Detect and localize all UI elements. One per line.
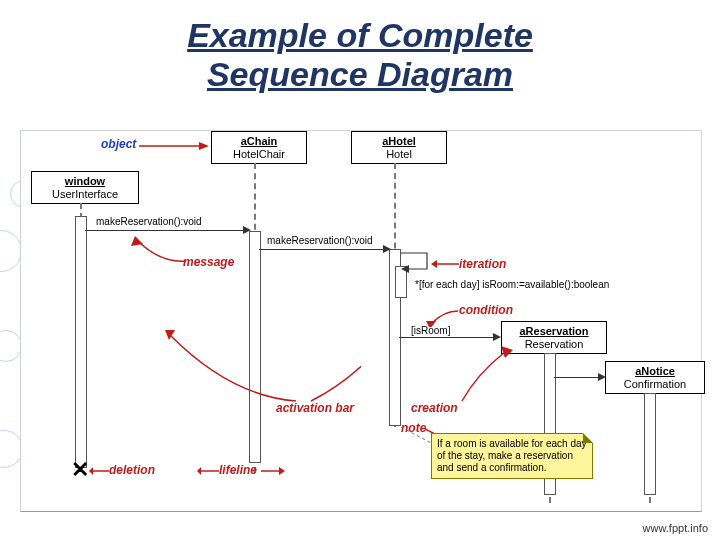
svg-marker-15 [197,467,201,475]
arrow-lifeline-left [197,465,221,477]
annotation-creation: creation [411,401,458,415]
msgline-create-res [399,337,499,338]
arrow-iteration [431,257,461,271]
svg-marker-1 [199,142,209,150]
svg-marker-7 [165,330,175,340]
annotation-lifeline: lifeline [219,463,257,477]
object-type: Confirmation [610,378,700,391]
object-name: aHotel [356,135,442,148]
title-line-2: Sequence Diagram [207,55,513,93]
footer-credit: www.fppt.info [643,522,708,534]
object-type: Reservation [506,338,602,351]
object-achain: aChain HotelChair [211,131,307,164]
svg-line-18 [401,427,431,443]
msgline-2 [259,249,389,250]
activation-window [75,216,87,468]
msg-condition: [isRoom] [411,325,450,336]
arrowhead-1 [243,226,251,234]
svg-marker-5 [431,260,437,268]
msg-makereservation-2: makeReservation():void [267,235,373,246]
activation-anotice [644,393,656,495]
msg-iteration: *[for each day] isRoom:=available():bool… [415,279,609,290]
object-name: aNotice [610,365,700,378]
arrowhead-2 [383,245,391,253]
object-ahotel: aHotel Hotel [351,131,447,164]
arrowhead-create-notice [598,373,606,381]
arrow-deletion [89,465,111,477]
svg-marker-17 [279,467,285,475]
uml-note: If a room is available for each day of t… [431,433,593,479]
arrow-activation [161,326,361,406]
activation-achain [249,231,261,463]
object-type: UserInterface [36,188,134,201]
deletion-x-icon: ✕ [71,457,89,483]
svg-marker-13 [89,467,93,475]
object-name: aChain [216,135,302,148]
object-areservation: aReservation Reservation [501,321,607,354]
object-type: HotelChair [216,148,302,161]
object-anotice: aNotice Confirmation [605,361,705,394]
annotation-deletion: deletion [109,463,155,477]
annotation-condition: condition [459,303,513,317]
annotation-message: message [183,255,234,269]
arrow-message [131,236,191,266]
object-window: window UserInterface [31,171,139,204]
object-name: window [36,175,134,188]
arrow-condition [426,307,460,327]
slide-title: Example of Complete Sequence Diagram [0,16,720,94]
note-anchor [401,427,435,447]
msgline-create-notice [554,377,604,378]
annotation-iteration: iteration [459,257,506,271]
object-name: aReservation [506,325,602,338]
arrow-lifeline-right [261,465,285,477]
annotation-activation: activation bar [276,401,354,415]
msgline-1 [85,230,249,231]
svg-marker-3 [131,236,143,246]
activation-ahotel-self [395,266,407,298]
arrow-object [139,139,209,153]
title-line-1: Example of Complete [187,16,533,54]
object-type: Hotel [356,148,442,161]
msg-makereservation-1: makeReservation():void [96,216,202,227]
sequence-diagram-panel: object aChain HotelChair aHotel Hotel wi… [20,130,702,512]
annotation-object: object [101,137,136,151]
arrowhead-create-res [493,333,501,341]
